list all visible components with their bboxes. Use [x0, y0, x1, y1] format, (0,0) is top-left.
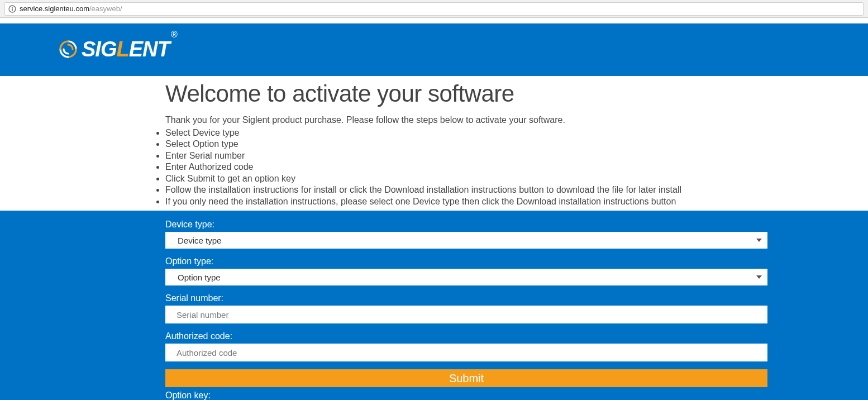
option-key-group: Option key: — [165, 391, 767, 400]
logo-text: SIGLENT® — [82, 37, 177, 61]
form-section: Device type: Device type Option type: Op… — [0, 211, 868, 400]
device-type-select[interactable]: Device type — [165, 232, 767, 249]
page-title: Welcome to activate your software — [165, 80, 868, 107]
option-type-value: Option type — [165, 273, 221, 282]
device-type-group: Device type: Device type — [165, 220, 767, 249]
intro-step: Enter Serial number — [165, 150, 868, 161]
svg-point-1 — [12, 7, 13, 8]
address-bar: service.siglenteu.com/easyweb/ — [0, 0, 868, 18]
url-host: service.siglenteu.com — [20, 4, 89, 13]
chevron-down-icon — [756, 275, 762, 279]
header: SIGLENT® — [0, 23, 868, 76]
logo-swirl-icon — [56, 37, 80, 61]
intro-step: Follow the installation instructions for… — [165, 184, 868, 196]
url-path: /easyweb/ — [89, 4, 122, 13]
serial-input[interactable] — [165, 306, 767, 323]
auth-input[interactable] — [165, 344, 767, 361]
svg-rect-2 — [12, 8, 13, 11]
intro-step: Select Device type — [165, 127, 868, 139]
intro-step: If you only need the installation instru… — [165, 196, 868, 207]
option-type-select[interactable]: Option type — [165, 269, 767, 285]
intro-step: Select Option type — [165, 139, 868, 150]
logo: SIGLENT® — [56, 37, 868, 61]
submit-button[interactable]: Submit — [165, 369, 767, 387]
intro-step: Enter Authorized code — [165, 161, 868, 173]
device-type-value: Device type — [165, 236, 221, 245]
intro-thanks: Thank you for your Siglent product purch… — [165, 115, 868, 125]
intro-steps-list: Select Device type Select Option type En… — [159, 127, 868, 207]
option-key-label: Option key: — [165, 391, 767, 400]
option-type-group: Option type: Option type — [165, 256, 767, 285]
chevron-down-icon — [756, 239, 762, 242]
serial-label: Serial number: — [165, 293, 767, 303]
auth-label: Authorized code: — [165, 331, 767, 341]
auth-group: Authorized code: — [165, 331, 767, 361]
device-type-label: Device type: — [165, 220, 767, 230]
serial-group: Serial number: — [165, 293, 767, 323]
info-icon — [8, 5, 16, 13]
intro-section: Welcome to activate your software Thank … — [0, 76, 868, 211]
url-field[interactable]: service.siglenteu.com/easyweb/ — [4, 2, 864, 16]
option-type-label: Option type: — [165, 256, 767, 266]
intro-step: Click Submit to get an option key — [165, 173, 868, 184]
